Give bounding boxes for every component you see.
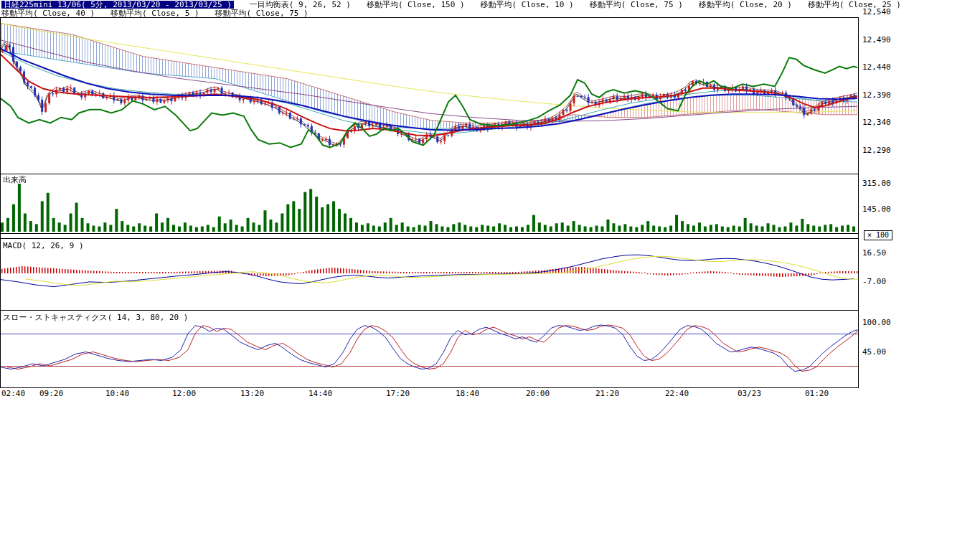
indicator-label-0-1[interactable]: 一目均衡表( 9, 26, 52 ): [250, 1, 351, 9]
time-label: 10:40: [105, 390, 129, 398]
time-label: 21:20: [595, 390, 619, 398]
time-label: 17:20: [386, 390, 410, 398]
time-label: 09:20: [39, 390, 63, 398]
indicator-label-1-1[interactable]: 移動平均( Close, 5 ): [110, 9, 199, 17]
indicator-label-1-2[interactable]: 移動平均( Close, 75 ): [215, 9, 308, 17]
stoch-tick-label: 100.00: [862, 319, 908, 327]
indicator-label-0-6[interactable]: 移動平均( Close, 25 ): [808, 1, 901, 9]
time-label: 02:40: [1, 390, 25, 398]
indicator-legend-row-2: 移動平均( Close, 40 )移動平均( Close, 5 )移動平均( C…: [1, 9, 308, 17]
price-tick-label: 12,390: [862, 91, 908, 100]
time-label: 03/23: [738, 390, 761, 398]
volume-tick-label: 315.00: [862, 179, 908, 188]
indicator-label-0-0[interactable]: 日経225mini 13/06( 5分, 2013/03/20 - 2013/0…: [1, 1, 234, 9]
indicator-legend-row-1: 日経225mini 13/06( 5分, 2013/03/20 - 2013/0…: [1, 1, 901, 9]
macd-tick-label: -7.00: [862, 278, 908, 286]
macd-tick-label: 16.50: [862, 249, 908, 258]
time-label: 13:20: [240, 390, 264, 398]
price-tick-label: 12,490: [862, 36, 908, 44]
volume-tick-label: 145.00: [862, 205, 908, 214]
macd-panel-title: MACD( 12, 26, 9 ): [3, 242, 84, 250]
indicator-label-0-4[interactable]: 移動平均( Close, 75 ): [590, 1, 683, 9]
time-label: 18:40: [456, 390, 479, 398]
stoch-panel-title: スロー・ストキャスティクス( 14, 3, 80, 20 ): [3, 314, 188, 321]
time-label: 22:40: [665, 390, 689, 398]
stoch-tick-label: 45.00: [862, 348, 908, 357]
time-label: 01:20: [805, 390, 829, 398]
volume-multiplier-badge: × 100: [864, 230, 892, 240]
price-tick-label: 12,340: [862, 118, 908, 127]
indicator-label-1-0[interactable]: 移動平均( Close, 40 ): [1, 9, 95, 17]
price-tick-label: 12,440: [862, 63, 908, 72]
volume-panel-title: 出来高: [3, 176, 27, 184]
indicator-label-0-5[interactable]: 移動平均( Close, 20 ): [699, 1, 792, 9]
price-tick-label: 12,290: [862, 146, 908, 155]
time-label: 14:40: [308, 390, 332, 398]
indicator-label-0-2[interactable]: 移動平均( Close, 150 ): [367, 1, 465, 9]
indicator-label-0-3[interactable]: 移動平均( Close, 10 ): [481, 1, 574, 9]
time-label: 20:00: [526, 390, 550, 398]
time-label: 12:00: [172, 390, 196, 398]
chart-canvas[interactable]: [0, 0, 859, 389]
